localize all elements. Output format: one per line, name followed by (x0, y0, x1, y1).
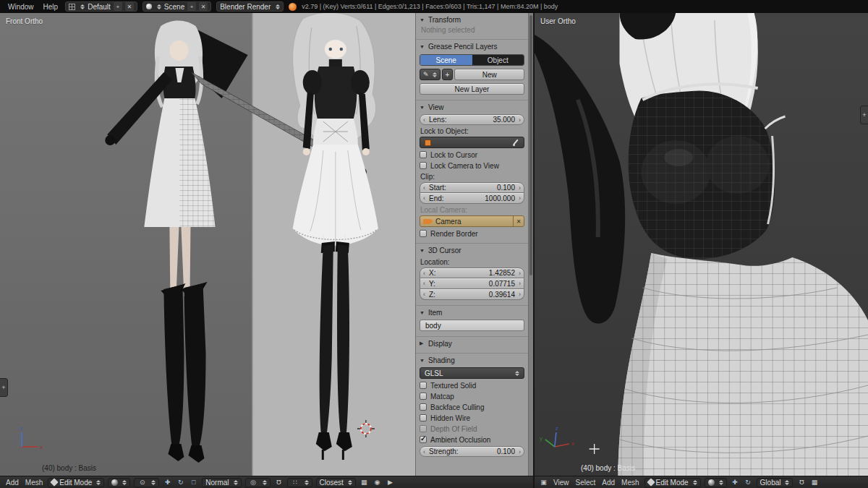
manipulator-rotate-icon[interactable]: ↻ (744, 478, 753, 487)
item-name-field[interactable]: body (420, 320, 524, 331)
increase-arrow[interactable]: › (519, 194, 521, 202)
properties-region: ▼ Transform Nothing selected ▼ Grease Pe… (415, 13, 528, 476)
menu-help[interactable]: Help (41, 3, 61, 11)
render-engine-dropdown[interactable]: Blender Render (216, 1, 284, 12)
snap-target-dropdown[interactable]: Closest (316, 478, 356, 487)
tab-object[interactable]: Object (472, 55, 524, 65)
manipulator-translate-icon[interactable]: ✚ (163, 478, 172, 487)
toolshelf-expand-handle[interactable]: + (0, 378, 8, 397)
occlude-geometry-icon[interactable]: ▦ (809, 478, 819, 487)
panel-scrollbar[interactable] (528, 13, 533, 476)
cursor-x-field[interactable]: ‹ X: 1.42852 › (420, 267, 524, 278)
increase-arrow[interactable]: › (519, 448, 521, 456)
model-face (169, 40, 188, 61)
render-border-checkbox[interactable]: Render Border (420, 228, 524, 239)
snap-magnet-icon[interactable]: Ω (796, 478, 806, 487)
menu-view[interactable]: View (552, 479, 571, 487)
lock-to-cursor-checkbox[interactable]: Lock to Cursor (420, 150, 524, 160)
menu-mesh[interactable]: Mesh (620, 479, 640, 487)
gpencil-new-button[interactable]: New (454, 69, 524, 80)
decrease-arrow[interactable]: ‹ (423, 290, 425, 299)
local-camera-field[interactable]: Camera ✕ (420, 215, 524, 227)
section-header-gpencil[interactable]: ▼ Grease Pencil Layers (420, 40, 524, 52)
manipulator-scale-icon[interactable]: □ (189, 478, 198, 487)
edit-mode-icon (647, 478, 655, 486)
manipulator-translate-icon[interactable]: ✚ (731, 478, 740, 487)
gpencil-data-selector[interactable]: ✎ (420, 69, 441, 80)
add-scene-button[interactable]: + (187, 2, 196, 11)
render-opengl-icon[interactable]: ◉ (373, 478, 382, 487)
matcap-checkbox[interactable]: Matcap (420, 391, 524, 401)
textured-solid-checkbox[interactable]: Textured Solid (420, 380, 524, 390)
add-screen-button[interactable]: + (114, 2, 122, 11)
panel-section-gpencil: ▼ Grease Pencil Layers Scene Object ✎ (416, 39, 528, 100)
decrease-arrow[interactable]: ‹ (423, 269, 425, 278)
properties-expand-handle[interactable]: + (860, 106, 868, 124)
menu-mesh[interactable]: Mesh (24, 479, 44, 487)
mode-dropdown[interactable]: Edit Mode (48, 478, 104, 487)
section-header-view[interactable]: ▼ View (420, 101, 524, 113)
snap-magnet-icon[interactable]: Ω (274, 478, 284, 487)
screen-layout-selector[interactable]: Default + ✕ (65, 1, 137, 12)
lock-camera-to-view-checkbox[interactable]: Lock Camera to View (420, 160, 524, 171)
eyedropper-icon[interactable] (512, 139, 519, 147)
decrease-arrow[interactable]: ‹ (423, 184, 425, 192)
section-header-3d-cursor[interactable]: ▼ 3D Cursor (420, 244, 524, 256)
decrease-arrow[interactable]: ‹ (423, 116, 425, 124)
tab-scene[interactable]: Scene (420, 55, 472, 65)
new-layer-button[interactable]: New Layer (420, 83, 524, 95)
increase-arrow[interactable]: › (519, 279, 521, 288)
section-header-item[interactable]: ▼ Item (420, 307, 524, 318)
occlude-geometry-icon[interactable]: ▦ (359, 478, 369, 487)
mode-dropdown[interactable]: Edit Mode (644, 478, 701, 487)
scrollbar-handle[interactable] (529, 15, 532, 275)
menu-window[interactable]: Window (6, 3, 36, 11)
increase-arrow[interactable]: › (519, 116, 521, 124)
menu-select[interactable]: Select (574, 479, 597, 487)
section-header-shading[interactable]: ▼ Shading (420, 354, 524, 366)
cursor-y-field[interactable]: ‹ Y: 0.07715 › (420, 278, 524, 289)
editor-type-button[interactable]: ▣ (539, 478, 548, 487)
lock-to-object-field[interactable] (420, 137, 524, 148)
proportional-editing-dropdown[interactable]: ◎ (245, 478, 271, 487)
scene-selector[interactable]: Scene + ✕ (142, 1, 211, 12)
hidden-wire-checkbox[interactable]: Hidden Wire (420, 413, 524, 423)
section-header-transform[interactable]: ▼ Transform (420, 14, 524, 25)
cursor-z-field[interactable]: ‹ Z: 0.39614 › (420, 289, 524, 300)
gpencil-add-data-button[interactable]: + (442, 69, 454, 80)
viewport-shading-dropdown[interactable] (705, 478, 727, 487)
ao-strength-field[interactable]: ‹ Strength: 0.100 › (420, 446, 524, 457)
menu-add[interactable]: Add (4, 479, 20, 487)
snap-element-dropdown[interactable]: ∷ (287, 478, 312, 487)
section-title: Display (428, 340, 452, 348)
increase-arrow[interactable]: › (519, 290, 521, 299)
viewport-user-ortho[interactable]: x y z User Ortho (40) body : Basis + (535, 13, 868, 476)
clip-start-field[interactable]: ‹ Start: 0.100 › (420, 182, 524, 193)
updown-arrows-icon (263, 480, 267, 485)
clip-end-field[interactable]: ‹ End: 1000.000 › (420, 193, 524, 204)
decrease-arrow[interactable]: ‹ (423, 194, 425, 202)
shading-mode-dropdown[interactable]: GLSL (420, 367, 524, 379)
ambient-occlusion-checkbox[interactable]: Ambient Occlusion (420, 435, 524, 445)
section-header-display[interactable]: ▶ Display (420, 338, 524, 349)
decrease-arrow[interactable]: ‹ (423, 448, 425, 456)
lens-field[interactable]: ‹ Lens: 35.000 › (420, 114, 524, 125)
increase-arrow[interactable]: › (519, 269, 521, 278)
panel-section-3d-cursor: ▼ 3D Cursor Location: ‹ X: 1.42852 › ‹ (416, 243, 528, 305)
viewport-shading-dropdown[interactable] (108, 478, 130, 487)
transform-orientation-dropdown[interactable]: Normal (202, 478, 241, 487)
updown-arrows-icon (433, 72, 437, 77)
pivot-center-dropdown[interactable]: ⊙ (134, 478, 159, 487)
backface-culling-checkbox[interactable]: Backface Culling (420, 402, 524, 412)
transform-orientation-dropdown[interactable]: Global (757, 478, 793, 487)
viewport-front-ortho[interactable]: x z Front Ortho (40) body : Basis + (0, 13, 415, 476)
model-hips-wireframe (618, 253, 868, 476)
decrease-arrow[interactable]: ‹ (423, 279, 425, 288)
delete-scene-button[interactable]: ✕ (199, 2, 208, 11)
manipulator-rotate-icon[interactable]: ↻ (176, 478, 185, 487)
menu-add[interactable]: Add (600, 479, 616, 487)
delete-screen-button[interactable]: ✕ (125, 2, 134, 11)
clear-camera-button[interactable]: ✕ (513, 216, 524, 226)
render-opengl-animation-icon[interactable]: ▶ (386, 478, 395, 487)
increase-arrow[interactable]: › (519, 184, 521, 192)
